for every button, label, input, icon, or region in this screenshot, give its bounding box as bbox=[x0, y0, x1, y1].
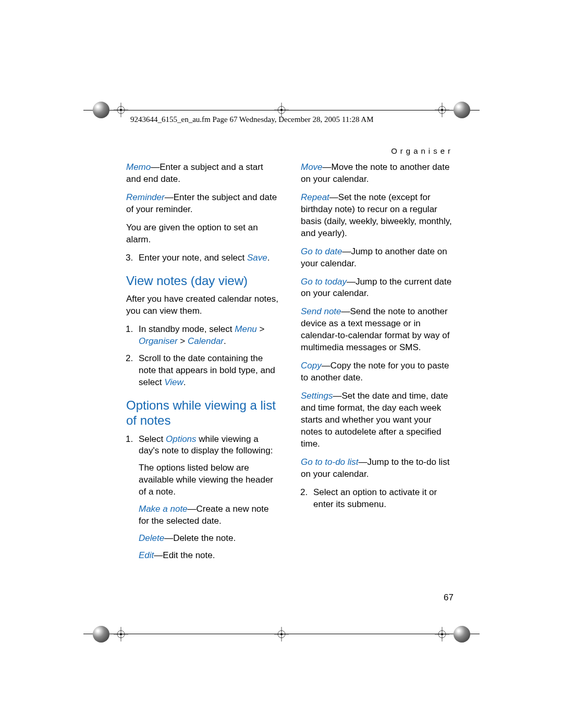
copy-label: Copy bbox=[301, 361, 322, 371]
printer-sphere bbox=[93, 102, 109, 118]
crop-mark bbox=[114, 627, 128, 641]
settings-label: Settings bbox=[301, 391, 333, 401]
view-step-2: Scroll to the date containing the note t… bbox=[136, 353, 280, 389]
edit-label: Edit bbox=[139, 550, 154, 560]
step-3: Enter your note, and select Save. bbox=[136, 252, 280, 264]
view-intro: After you have created calendar notes, y… bbox=[126, 293, 280, 317]
view-step-1: In standby mode, select Menu > Organiser… bbox=[136, 324, 280, 348]
page-meta: 9243644_6155_en_au.fm Page 67 Wednesday,… bbox=[130, 115, 374, 124]
memo-label: Memo bbox=[126, 162, 151, 172]
crop-mark bbox=[435, 103, 449, 117]
move-label: Move bbox=[301, 162, 323, 172]
heading-view-notes: View notes (day view) bbox=[126, 274, 280, 289]
crop-mark bbox=[435, 627, 449, 641]
send-note-label: Send note bbox=[301, 306, 341, 316]
section-heading: Organiser bbox=[391, 146, 454, 155]
alarm-text: You are given the option to set an alarm… bbox=[126, 222, 280, 246]
go-to-todo-label: Go to to-do list bbox=[301, 457, 359, 467]
repeat-label: Repeat bbox=[301, 192, 329, 202]
make-a-note-label: Make a note bbox=[139, 504, 188, 514]
printer-sphere bbox=[93, 626, 109, 643]
page-number: 67 bbox=[444, 593, 454, 603]
go-to-date-label: Go to date bbox=[301, 246, 342, 256]
reminder-item: Reminder—Enter the subject and date of y… bbox=[126, 192, 280, 216]
options-step-1: Select Options while viewing a day's not… bbox=[136, 434, 280, 562]
printer-sphere bbox=[454, 626, 470, 643]
reminder-label: Reminder bbox=[126, 192, 165, 202]
options-step-2: Select an option to activate it or enter… bbox=[310, 487, 455, 511]
go-to-today-label: Go to today bbox=[301, 277, 347, 287]
heading-options: Options while viewing a list of notes bbox=[126, 398, 280, 428]
memo-item: Memo—Enter a subject and a start and end… bbox=[126, 162, 280, 186]
crop-mark bbox=[274, 627, 289, 641]
save-link: Save bbox=[247, 253, 267, 263]
page-content: Memo—Enter a subject and a start and end… bbox=[126, 162, 455, 568]
delete-label: Delete bbox=[139, 533, 164, 543]
crop-mark bbox=[114, 103, 128, 117]
printer-sphere bbox=[454, 102, 470, 118]
column-right: Move—Move the note to another date on yo… bbox=[301, 162, 455, 568]
column-left: Memo—Enter a subject and a start and end… bbox=[126, 162, 280, 568]
